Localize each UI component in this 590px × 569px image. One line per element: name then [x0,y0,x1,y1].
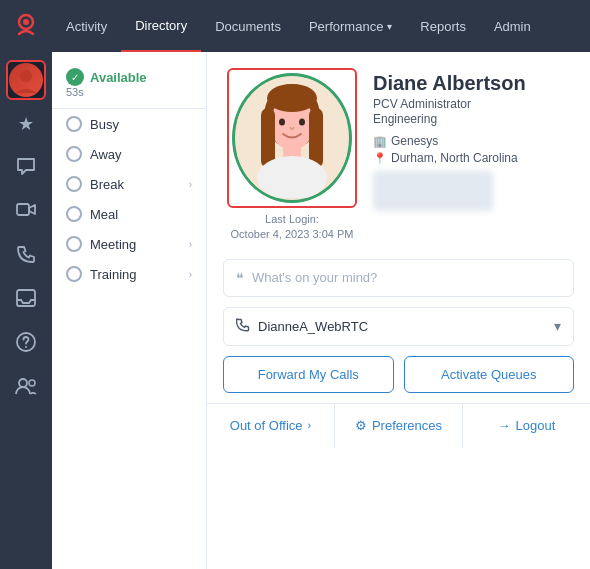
busy-radio [66,116,82,132]
chat-icon [16,157,36,180]
help-icon-btn[interactable] [6,324,46,364]
meal-label: Meal [90,207,118,222]
nav-documents[interactable]: Documents [201,0,295,52]
status-training[interactable]: Training › [52,259,206,289]
away-radio [66,146,82,162]
meal-radio [66,206,82,222]
logout-link[interactable]: → Logout [463,404,590,447]
main-layout: ★ [0,52,590,569]
profile-blurred-info [373,171,493,211]
svg-point-15 [267,84,317,112]
location-icon: 📍 [373,152,387,165]
action-buttons: Forward My Calls Activate Queues [223,356,574,393]
out-of-office-link[interactable]: Out of Office › [207,404,335,447]
meeting-label: Meeting [90,237,136,252]
user-avatar [9,63,43,97]
logout-icon: → [498,418,511,433]
meeting-arrow: › [189,239,192,250]
profile-name: Diane Albertson [373,72,570,95]
whats-on-mind-placeholder: What's on your mind? [252,270,377,285]
nav-bar: Activity Directory Documents Performance… [52,0,580,52]
help-icon [16,332,36,357]
nav-performance[interactable]: Performance ▾ [295,0,406,52]
profile-info: Diane Albertson PCV Administrator Engine… [373,68,570,211]
nav-reports[interactable]: Reports [406,0,480,52]
brand-logo [12,12,40,40]
star-icon: ★ [18,113,34,135]
profile-company: 🏢 Genesys [373,134,570,148]
svg-rect-13 [261,108,275,168]
status-break[interactable]: Break › [52,169,206,199]
nav-activity[interactable]: Activity [52,0,121,52]
avatar-icon-btn[interactable] [6,60,46,100]
chat-icon-btn[interactable] [6,148,46,188]
away-label: Away [90,147,122,162]
top-nav: Activity Directory Documents Performance… [0,0,590,52]
out-of-office-label: Out of Office [230,418,303,433]
webrtc-phone-icon [236,318,250,335]
forward-calls-button[interactable]: Forward My Calls [223,356,394,393]
gear-icon: ⚙ [355,418,367,433]
activate-queues-button[interactable]: Activate Queues [404,356,575,393]
webrtc-caret-icon: ▾ [554,318,561,334]
whats-on-mind-input[interactable]: ❝ What's on your mind? [223,259,574,297]
phone-icon [17,245,35,268]
performance-caret: ▾ [387,21,392,32]
svg-point-1 [23,19,29,25]
icon-sidebar: ★ [0,52,52,569]
footer-bar: Out of Office › ⚙ Preferences → Logout [207,403,590,447]
video-icon-btn[interactable] [6,192,46,232]
svg-point-8 [29,380,35,386]
svg-point-7 [19,379,27,387]
nav-admin[interactable]: Admin [480,0,545,52]
svg-point-6 [25,346,27,348]
webrtc-dropdown[interactable]: DianneA_WebRTC ▾ [223,307,574,346]
status-away[interactable]: Away [52,139,206,169]
profile-department: Engineering [373,112,570,126]
busy-label: Busy [90,117,119,132]
svg-point-17 [257,156,327,198]
status-label: Available [90,70,147,85]
last-login-info: Last Login: October 4, 2023 3:04 PM [227,212,357,243]
webrtc-label: DianneA_WebRTC [258,319,546,334]
current-status[interactable]: ✓ Available 53s [52,62,206,109]
team-icon [15,377,37,400]
quote-icon: ❝ [236,270,244,286]
status-panel: ✓ Available 53s Busy Away Break › Meal M… [52,52,207,569]
training-label: Training [90,267,136,282]
status-meeting[interactable]: Meeting › [52,229,206,259]
training-radio [66,266,82,282]
training-arrow: › [189,269,192,280]
phone-icon-btn[interactable] [6,236,46,276]
avatar-illustration [237,78,347,198]
svg-point-18 [279,119,285,126]
break-radio [66,176,82,192]
available-indicator: ✓ [66,68,84,86]
nav-directory[interactable]: Directory [121,0,201,52]
profile-location: 📍 Durham, North Carolina [373,151,570,165]
preferences-label: Preferences [372,418,442,433]
inbox-icon-btn[interactable] [6,280,46,320]
profile-header: Last Login: October 4, 2023 3:04 PM Dian… [207,52,590,259]
profile-avatar [232,73,352,203]
svg-rect-3 [17,204,29,215]
svg-point-19 [299,119,305,126]
svg-point-2 [20,70,32,82]
profile-avatar-wrapper: Last Login: October 4, 2023 3:04 PM [227,68,357,243]
meeting-radio [66,236,82,252]
favorites-icon-btn[interactable]: ★ [6,104,46,144]
video-icon [16,202,36,223]
svg-rect-14 [309,108,323,168]
status-busy[interactable]: Busy [52,109,206,139]
out-of-office-arrow: › [308,419,312,431]
logo-area [0,0,52,52]
team-icon-btn[interactable] [6,368,46,408]
status-time: 53s [66,86,192,98]
profile-area: Last Login: October 4, 2023 3:04 PM Dian… [207,52,590,569]
avatar-box [227,68,357,208]
profile-title: PCV Administrator [373,97,570,111]
status-meal[interactable]: Meal [52,199,206,229]
logout-label: Logout [516,418,556,433]
building-icon: 🏢 [373,135,387,148]
preferences-link[interactable]: ⚙ Preferences [335,404,463,447]
